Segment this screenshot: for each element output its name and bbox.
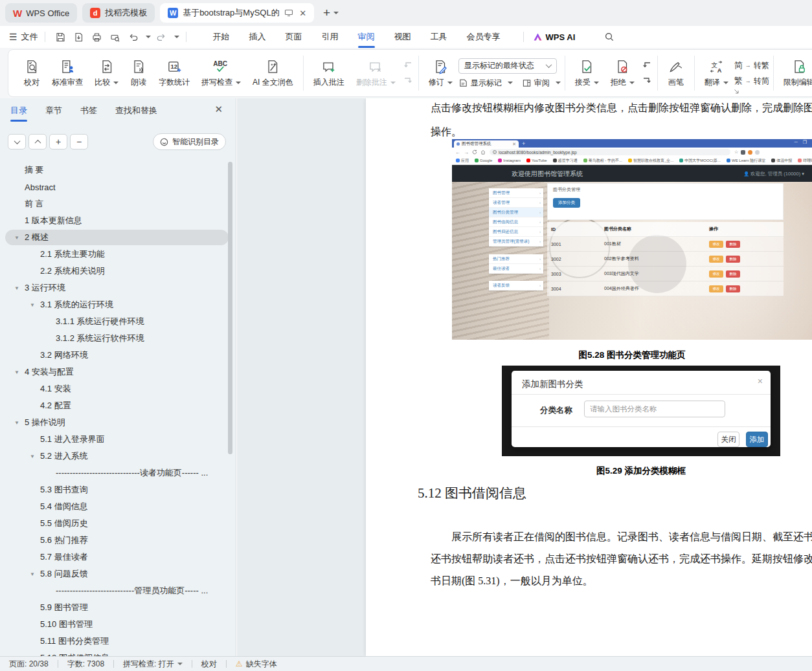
close-tab-icon[interactable]: ✕ (299, 8, 306, 18)
insert-comment-button[interactable]: 插入批注 (308, 53, 350, 93)
export-pdf-icon[interactable] (72, 30, 86, 44)
menu-item-插入[interactable]: 插入 (248, 27, 267, 47)
tab-document[interactable]: W 基于bootstrap与MySQL的图 ✕ (160, 3, 314, 23)
menu-item-开始[interactable]: 开始 (212, 27, 231, 47)
toc-item[interactable]: 5.6 热门推荐 (0, 532, 236, 549)
file-menu[interactable]: 文件 (21, 31, 38, 43)
toc-item[interactable]: 4.2 配置 (0, 397, 236, 414)
read-aloud-button[interactable]: 朗读 (124, 53, 153, 93)
tab-wps-office[interactable]: W WPS Office (5, 3, 77, 23)
menu-item-审阅[interactable]: 审阅 (357, 27, 376, 47)
toc-item[interactable]: ▼3.1 系统的运行环境 (0, 296, 236, 313)
toc-item[interactable]: ▼2 概述 (0, 229, 236, 246)
print-icon[interactable] (90, 30, 104, 44)
toc-item[interactable]: 5.11 图书分类管理 (0, 633, 236, 650)
menu-item-引用[interactable]: 引用 (321, 27, 340, 47)
print-preview-icon[interactable] (108, 30, 122, 44)
sidebar-close-icon[interactable]: ✕ (214, 104, 223, 115)
proofread-status[interactable]: 校对 (201, 659, 217, 670)
toc-item[interactable]: ----------------------------管理员功能页----- … (0, 582, 236, 599)
toc-item[interactable]: 前 言 (0, 195, 236, 212)
wps-ai-button[interactable]: WPS AI (533, 32, 576, 42)
sidebar-tab-查找和替换[interactable]: 查找和替换 (115, 105, 157, 122)
pen-button[interactable]: 画笔 (662, 53, 690, 93)
ai-polish-button[interactable]: AI 全文润色 (247, 53, 299, 93)
previous-change-icon[interactable] (640, 60, 653, 71)
hamburger-menu-icon[interactable]: ☰ (9, 32, 17, 42)
bookmark-favicon (498, 159, 502, 162)
reject-button[interactable]: 拒绝 (605, 53, 640, 93)
track-changes-button[interactable]: 修订 (423, 53, 458, 93)
toc-item[interactable]: 5.1 进入登录界面 (0, 431, 236, 448)
arrow-icon: → (745, 78, 751, 84)
compare-button[interactable]: 比较 (89, 53, 124, 93)
undo-icon[interactable] (126, 30, 141, 44)
toc-item[interactable]: 5.10 图书管理 (0, 616, 236, 633)
toc-item[interactable]: 5.4 借阅信息 (0, 498, 236, 515)
review-pane-button[interactable]: 审阅 (522, 78, 561, 89)
accept-button[interactable]: 接受 (569, 53, 605, 93)
spell-check-indicator[interactable]: 拼写检查: 打开 (123, 659, 183, 670)
word-count-indicator[interactable]: 字数: 7308 (67, 659, 104, 670)
toc-zoom-out-button[interactable]: − (70, 134, 88, 149)
toc-item[interactable]: 3.1.1 系统运行硬件环境 (0, 313, 236, 330)
toc-zoom-in-button[interactable]: + (49, 134, 67, 149)
toc-item[interactable]: ▼5.2 进入系统 (0, 448, 236, 465)
document-page[interactable]: 点击修改按钮模糊框内修改图书分类信息，点击删除按钮弹窗确认删除，完成删除图 操作… (366, 98, 812, 656)
new-tab-button[interactable]: + (323, 6, 330, 20)
toc-item[interactable]: ▼5 操作说明 (0, 414, 236, 431)
toc-item[interactable]: 5.9 图书管理 (0, 599, 236, 616)
toc-item[interactable]: ▼5.8 问题反馈 (0, 566, 236, 582)
save-icon[interactable] (54, 30, 68, 44)
menu-item-页面[interactable]: 页面 (284, 27, 304, 47)
missing-font-indicator[interactable]: 缺失字体 (246, 659, 277, 670)
toc-item[interactable]: 3.1.2 系统运行软件环境 (0, 330, 236, 347)
toc-item[interactable]: 1 版本更新信息 (0, 212, 236, 229)
next-change-icon[interactable] (640, 75, 653, 87)
redo-icon[interactable] (155, 30, 169, 44)
toc-item[interactable]: 5.7 最佳读者 (0, 549, 236, 566)
show-markup-button[interactable]: 显示标记 (458, 78, 513, 89)
browser-refresh-icon (472, 149, 477, 155)
to-traditional-button[interactable]: 简→ 转繁 (734, 60, 769, 71)
toc-item[interactable]: Abstract (0, 179, 236, 195)
menu-item-工具[interactable]: 工具 (429, 27, 449, 47)
toc-item[interactable]: 5.5 借阅历史 (0, 515, 236, 532)
toc-item[interactable]: ▼4 安装与配置 (0, 364, 236, 380)
toc-item[interactable]: 4.1 安装 (0, 380, 236, 397)
page-indicator[interactable]: 页面: 20/38 (9, 659, 49, 670)
to-simplified-button[interactable]: 繁→ 转简 (734, 75, 769, 87)
undo-dropdown-icon[interactable] (146, 36, 151, 38)
markup-state-dropdown[interactable]: 显示标记的最终状态 (458, 58, 557, 74)
tab-docer-templates[interactable]: d 找稻壳模板 (82, 3, 155, 23)
toc-item[interactable]: 2.1 系统主要功能 (0, 246, 236, 263)
translate-button[interactable]: 文A 翻译 (699, 53, 734, 93)
restrict-editing-button[interactable]: 限制编辑 (778, 53, 812, 93)
toc-expand-button[interactable] (28, 134, 47, 149)
toc-item[interactable]: 2.2 系统相关说明 (0, 263, 236, 280)
search-icon[interactable] (602, 30, 616, 44)
sidebar-scrollbar[interactable] (228, 162, 232, 454)
toc-item[interactable]: 3.2 网络环境 (0, 347, 236, 364)
sidebar-tab-章节[interactable]: 章节 (45, 105, 62, 122)
group-expand-icon[interactable] (734, 89, 739, 94)
spell-check-button[interactable]: ABC 拼写检查 (196, 53, 247, 93)
menu-item-会员专享[interactable]: 会员专享 (466, 27, 502, 47)
word-count-button[interactable]: 12 字数统计 (153, 53, 196, 93)
smart-toc-button[interactable]: 智能识别目录 (153, 133, 226, 150)
menu-item-视图[interactable]: 视图 (393, 27, 412, 47)
toc-item[interactable]: ------------------------------读者功能页-----… (0, 465, 236, 481)
toc-item[interactable]: 摘 要 (0, 162, 236, 179)
toc-collapse-button[interactable] (8, 134, 26, 149)
proofread-button[interactable]: 校对 (17, 53, 46, 93)
category-name-label: 分类名称 (540, 405, 572, 416)
redo-dropdown-icon[interactable] (174, 36, 179, 38)
standard-review-button[interactable]: 标准审查 (46, 53, 89, 93)
divider (512, 426, 771, 427)
tab-list-dropdown-icon[interactable] (333, 12, 339, 14)
toc-item[interactable]: 5.3 图书查询 (0, 481, 236, 498)
toc-item[interactable]: ▼3 运行环境 (0, 280, 236, 296)
sidebar-tab-目录[interactable]: 目录 (10, 105, 27, 122)
toc-item[interactable]: 5.12 图书借阅信息 (0, 650, 236, 656)
sidebar-tab-书签[interactable]: 书签 (80, 105, 97, 122)
